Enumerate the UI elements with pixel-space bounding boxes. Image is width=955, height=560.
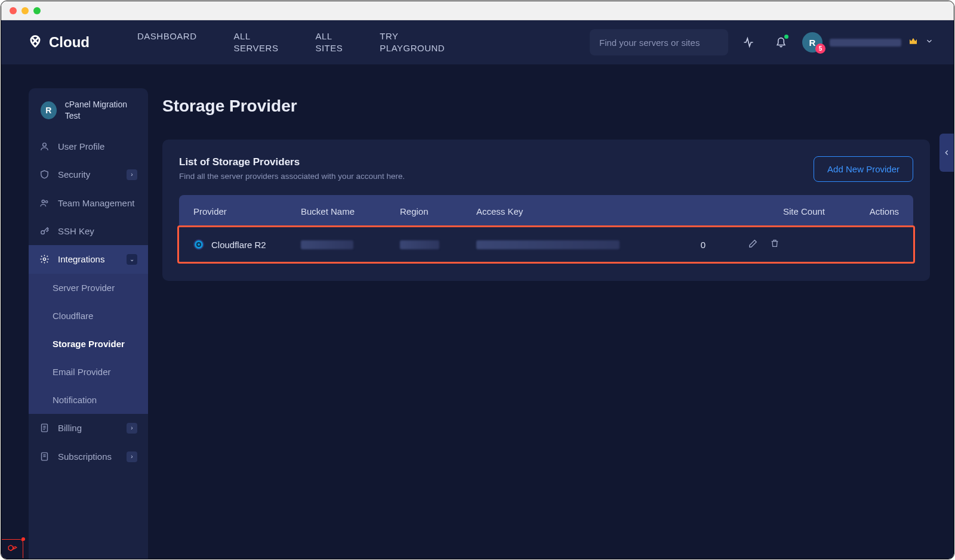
add-new-provider-button[interactable]: Add New Provider xyxy=(814,156,913,182)
col-provider: Provider xyxy=(193,206,301,216)
search-input[interactable] xyxy=(599,38,713,48)
nav-all-sites[interactable]: ALL SITES xyxy=(315,30,343,55)
sub-cloudflare[interactable]: Cloudflare xyxy=(29,302,148,330)
activity-icon[interactable] xyxy=(737,30,760,54)
user-icon xyxy=(39,141,50,151)
laravel-icon xyxy=(7,544,18,555)
svg-point-4 xyxy=(41,231,45,234)
sub-email-provider[interactable]: Email Provider xyxy=(29,358,148,386)
brand-text: Cloud xyxy=(49,34,90,51)
bell-icon[interactable] xyxy=(769,30,793,54)
svg-point-2 xyxy=(42,200,44,202)
search-box[interactable] xyxy=(590,29,728,55)
bucket-redacted xyxy=(301,240,353,249)
avatar: R 5 xyxy=(802,32,822,52)
avatar-badge: 5 xyxy=(815,44,825,54)
chevron-right-icon: › xyxy=(127,423,137,434)
page-title: Storage Provider xyxy=(162,88,930,140)
integrations-submenu: Server Provider Cloudflare Storage Provi… xyxy=(29,274,148,414)
svg-point-5 xyxy=(43,258,45,261)
team-icon xyxy=(39,198,50,208)
sub-storage-provider[interactable]: Storage Provider xyxy=(29,330,148,358)
table-header-row: Provider Bucket Name Region Access Key S… xyxy=(179,195,913,227)
sidebar-project[interactable]: R cPanel Migration Test xyxy=(29,88,148,132)
nav-dashboard[interactable]: DASHBOARD xyxy=(137,30,197,55)
doc-icon xyxy=(39,423,50,433)
traffic-light-min[interactable] xyxy=(21,7,29,14)
traffic-light-max[interactable] xyxy=(33,7,41,14)
gear-icon xyxy=(39,254,50,264)
table-row: Cloudflare R2 0 xyxy=(179,227,913,262)
col-bucket: Bucket Name xyxy=(301,206,400,216)
access-key-redacted xyxy=(476,240,620,249)
sidebar-item-security[interactable]: Security › xyxy=(29,160,148,189)
sidebar-item-user-profile[interactable]: User Profile xyxy=(29,132,148,160)
provider-name: Cloudflare R2 xyxy=(211,240,266,250)
project-name: cPanel Migration Test xyxy=(65,99,136,122)
col-region: Region xyxy=(400,206,476,216)
storage-panel: List of Storage Providers Find all the s… xyxy=(162,140,930,281)
col-access-key: Access Key xyxy=(476,206,739,216)
col-actions: Actions xyxy=(825,206,899,216)
sidebar-item-team-management[interactable]: Team Management xyxy=(29,189,148,217)
macos-window-chrome xyxy=(1,1,954,20)
providers-table: Provider Bucket Name Region Access Key S… xyxy=(179,195,913,262)
edit-icon[interactable] xyxy=(748,239,758,250)
cloudflare-icon xyxy=(193,239,204,250)
chevron-right-icon: › xyxy=(127,169,137,180)
delete-icon[interactable] xyxy=(770,239,780,250)
traffic-light-close[interactable] xyxy=(10,7,17,14)
region-redacted xyxy=(400,240,439,249)
chevron-down-icon xyxy=(925,37,934,48)
nav-links: DASHBOARD ALL SERVERS ALL SITES TRY PLAY… xyxy=(137,30,445,55)
right-panel-toggle[interactable] xyxy=(939,134,954,172)
sidebar-item-billing[interactable]: Billing › xyxy=(29,414,148,443)
user-menu[interactable]: R 5 xyxy=(802,32,934,52)
notification-dot xyxy=(784,35,788,39)
doc-icon xyxy=(39,451,50,462)
sidebar-item-ssh-key[interactable]: SSH Key xyxy=(29,217,148,245)
svg-point-1 xyxy=(43,143,47,147)
project-avatar: R xyxy=(41,101,57,119)
user-label-redacted xyxy=(830,39,901,47)
shield-icon xyxy=(39,169,50,180)
key-icon xyxy=(39,226,50,236)
sidebar-item-integrations[interactable]: Integrations ⌄ xyxy=(29,245,148,274)
section-title: List of Storage Providers xyxy=(179,156,405,168)
site-count: 0 xyxy=(620,240,706,250)
laravel-badge[interactable] xyxy=(2,539,23,558)
svg-point-3 xyxy=(45,200,48,203)
nav-all-servers[interactable]: ALL SERVERS xyxy=(234,30,279,55)
nav-try-playground[interactable]: TRY PLAYGROUND xyxy=(380,30,445,55)
chevron-left-icon xyxy=(942,148,951,157)
crown-icon xyxy=(908,36,918,48)
col-site-count: Site Count xyxy=(739,206,825,216)
sub-server-provider[interactable]: Server Provider xyxy=(29,274,148,302)
sub-notification[interactable]: Notification xyxy=(29,386,148,414)
brand-logo[interactable]: Cloud xyxy=(25,32,90,52)
main-content: Storage Provider List of Storage Provide… xyxy=(162,88,930,559)
sidebar-item-subscriptions[interactable]: Subscriptions › xyxy=(29,443,148,471)
chevron-right-icon: › xyxy=(127,451,137,462)
top-navbar: Cloud DASHBOARD ALL SERVERS ALL SITES TR… xyxy=(1,20,954,64)
chevron-down-icon: ⌄ xyxy=(127,254,137,265)
section-subtitle: Find all the server providers associated… xyxy=(179,172,405,181)
sidebar: R cPanel Migration Test User Profile Sec… xyxy=(29,88,148,559)
logo-icon xyxy=(25,32,45,52)
